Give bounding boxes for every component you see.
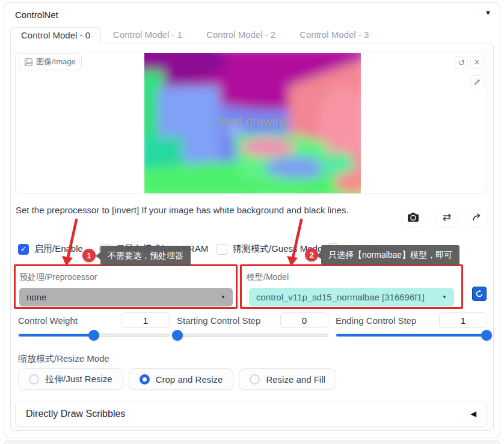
swap-icon[interactable]: ⇄ — [437, 207, 457, 227]
scribbles-accordion[interactable]: Directly Draw Scribbles ◀ — [15, 401, 487, 427]
slider-thumb[interactable] — [481, 330, 492, 341]
radio-resize-and-fill[interactable]: Resize and Fill — [239, 368, 336, 390]
ending-step-group: Ending Control Step — [336, 312, 487, 337]
camera-button[interactable] — [403, 207, 423, 227]
radio-just-resize-label: 拉伸/Just Resize — [45, 374, 112, 385]
allow-preview-label: Allow Preview — [344, 244, 400, 254]
dropdown-caret-icon: ▼ — [442, 294, 447, 300]
accordion-caret-icon: ◀ — [470, 409, 476, 418]
low-vram-checkbox[interactable]: 低显存模式/Low VRAM — [99, 243, 208, 255]
preprocessor-dropdown[interactable]: none ▼ — [19, 288, 233, 306]
controlnet-panel: ControlNet ▼ Control Model - 0 Control M… — [4, 2, 500, 437]
radio-circle[interactable] — [250, 374, 260, 385]
radio-crop-and-resize[interactable]: Crop and Resize — [129, 368, 234, 390]
options-row: ✓ 启用/Enable 低显存模式/Low VRAM 猜测模式/Guess Mo… — [11, 243, 493, 257]
close-icon[interactable]: × — [470, 56, 484, 69]
low-vram-checkbox-box[interactable] — [99, 244, 110, 255]
radio-circle[interactable] — [29, 374, 39, 385]
control-image-preview[interactable]: Start drawing — [144, 53, 361, 193]
start-drawing-hint: Start drawing — [144, 115, 361, 129]
enable-checkbox-box[interactable]: ✓ — [18, 244, 29, 255]
control-weight-slider[interactable] — [18, 333, 170, 337]
panel-collapse-caret-icon[interactable]: ▼ — [485, 9, 491, 16]
image-panel: 图像/Image — [15, 52, 487, 193]
low-vram-label: 低显存模式/Low VRAM — [115, 243, 208, 255]
camera-icon — [407, 212, 419, 222]
undo-icon[interactable]: ↺ — [455, 56, 468, 69]
radio-crop-and-resize-label: Crop and Resize — [156, 374, 223, 385]
resize-mode-options: 拉伸/Just Resize Crop and Resize Resize an… — [18, 368, 336, 390]
refresh-models-button[interactable] — [472, 287, 487, 301]
starting-step-slider[interactable] — [177, 333, 328, 337]
preprocessor-note: Set the preprocessor to [invert] If your… — [16, 205, 349, 215]
image-tag: 图像/Image — [19, 53, 82, 70]
allow-preview-checkbox-box[interactable] — [328, 243, 339, 254]
tab-control-model-1[interactable]: Control Model - 1 — [101, 27, 194, 43]
resize-mode-label: 缩放模式/Resize Mode — [18, 353, 109, 365]
ending-step-label: Ending Control Step — [336, 315, 416, 326]
starting-step-label: Starting Control Step — [177, 315, 260, 326]
control-weight-group: Control Weight — [18, 312, 170, 337]
ending-step-input[interactable] — [439, 312, 487, 328]
guess-mode-checkbox[interactable]: 猜测模式/Guess Mode — [217, 243, 322, 255]
radio-circle[interactable] — [140, 374, 150, 385]
model-label: 模型/Model — [247, 272, 289, 283]
send-arrow-icon — [472, 213, 482, 222]
model-dropdown[interactable]: control_v11p_sd15_normalbae [316696f1] ▼ — [249, 288, 454, 306]
slider-thumb[interactable] — [88, 330, 99, 341]
ending-step-slider[interactable] — [336, 333, 487, 337]
control-weight-label: Control Weight — [18, 315, 78, 326]
image-icon — [25, 58, 32, 66]
guess-mode-label: 猜测模式/Guess Mode — [233, 243, 322, 255]
next-section-bar[interactable] — [4, 440, 500, 444]
enable-checkbox[interactable]: ✓ 启用/Enable — [18, 243, 83, 255]
preprocessor-value: none — [26, 292, 46, 302]
control-weight-input[interactable] — [121, 312, 170, 328]
send-to-dimensions-button[interactable] — [467, 207, 487, 227]
panel-title: ControlNet — [15, 10, 58, 20]
slider-thumb[interactable] — [172, 330, 183, 341]
radio-resize-and-fill-label: Resize and Fill — [266, 374, 325, 385]
model-value: control_v11p_sd15_normalbae [316696f1] — [256, 292, 425, 302]
edit-pencil-icon[interactable] — [470, 75, 484, 88]
preprocessor-label: 预处理/Preprocessor — [19, 272, 97, 283]
allow-preview-checkbox[interactable]: Allow Preview — [328, 243, 400, 254]
scribbles-accordion-label: Directly Draw Scribbles — [26, 409, 125, 419]
controlnet-extension: ControlNet ▼ Control Model - 0 Control M… — [0, 0, 504, 444]
tab-panel-content: 图像/Image — [10, 43, 494, 431]
tab-bar: Control Model - 0 Control Model - 1 Cont… — [10, 27, 381, 43]
tab-control-model-3[interactable]: Control Model - 3 — [287, 27, 381, 43]
image-tag-label: 图像/Image — [36, 56, 76, 67]
dropdown-caret-icon: ▼ — [221, 294, 226, 300]
enable-label: 启用/Enable — [34, 243, 83, 255]
guess-mode-checkbox-box[interactable] — [217, 244, 227, 255]
refresh-icon — [475, 290, 484, 298]
tab-control-model-2[interactable]: Control Model - 2 — [194, 27, 287, 43]
tab-control-model-0[interactable]: Control Model - 0 — [10, 27, 101, 43]
starting-step-input[interactable] — [280, 312, 328, 328]
radio-just-resize[interactable]: 拉伸/Just Resize — [18, 368, 123, 390]
starting-step-group: Starting Control Step — [177, 312, 328, 337]
